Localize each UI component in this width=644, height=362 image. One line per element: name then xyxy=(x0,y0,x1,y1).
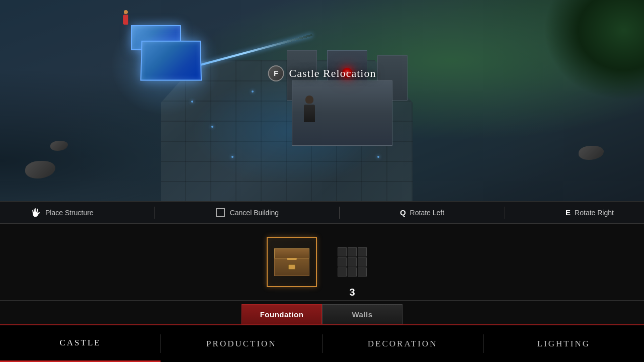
foundation-top xyxy=(274,248,309,258)
nav-label-decoration: Decoration xyxy=(368,339,438,349)
grid-cell xyxy=(338,257,347,266)
grid-cell xyxy=(348,247,357,256)
items-area: 3 xyxy=(0,224,644,300)
grid-cell xyxy=(338,247,347,256)
figure-body xyxy=(123,15,128,25)
grid-cell xyxy=(348,267,357,277)
rotate-left-label: Rotate Left xyxy=(410,209,445,217)
place-structure-label: Place Structure xyxy=(45,209,94,217)
nav-label-lighting: Lighting xyxy=(537,339,590,349)
tabs-row: Foundation Walls xyxy=(0,300,644,324)
grid-cell xyxy=(338,267,347,277)
item-count: 3 xyxy=(349,287,355,298)
sparkle-5 xyxy=(377,156,379,158)
grid-row-1 xyxy=(338,247,367,256)
figure-head xyxy=(124,10,128,14)
separator-2 xyxy=(339,207,340,219)
action-bar: 🖐 Place Structure Cancel Building Q Rota… xyxy=(0,201,644,224)
q-key: Q xyxy=(400,208,406,217)
nav-item-production[interactable]: Production xyxy=(161,325,321,362)
sparkle-3 xyxy=(252,90,254,93)
grid-cell xyxy=(358,247,367,256)
small-figure xyxy=(121,10,131,25)
e-key: E xyxy=(566,208,571,217)
grid-icon xyxy=(338,247,367,277)
nav-item-decoration[interactable]: Decoration xyxy=(323,325,483,362)
nav-item-castle[interactable]: Castle xyxy=(0,325,160,362)
grid-row-3 xyxy=(338,267,367,277)
nav-item-lighting[interactable]: Lighting xyxy=(484,325,644,362)
castle-structure xyxy=(282,35,413,146)
nav-label-castle: Castle xyxy=(60,338,101,348)
rotate-left-action[interactable]: Q Rotate Left xyxy=(400,208,444,217)
trees-decoration xyxy=(543,0,644,101)
foundation-icon xyxy=(274,248,309,276)
foundation-body xyxy=(274,258,309,276)
item-slot-foundation[interactable] xyxy=(267,237,317,287)
foundation-clasp xyxy=(288,264,295,269)
relocation-text: Castle Relocation xyxy=(289,67,376,80)
grid-cell xyxy=(358,267,367,277)
place-structure-action[interactable]: 🖐 Place Structure xyxy=(30,207,94,218)
building-preview xyxy=(121,25,211,106)
tab-foundation[interactable]: Foundation xyxy=(242,304,322,324)
rotate-right-label: Rotate Right xyxy=(575,209,614,217)
separator-1 xyxy=(154,207,154,219)
square-icon xyxy=(216,208,225,217)
foundation-hinge xyxy=(287,258,297,260)
cancel-icon xyxy=(215,207,226,218)
sparkle-6 xyxy=(231,156,233,158)
grid-icon-container xyxy=(332,242,372,282)
cancel-building-label: Cancel Building xyxy=(230,209,279,217)
tab-walls[interactable]: Walls xyxy=(322,304,403,324)
cancel-building-action[interactable]: Cancel Building xyxy=(215,207,279,218)
item-slot-stone[interactable] xyxy=(327,237,377,287)
grid-cell xyxy=(348,257,357,266)
game-viewport: F Castle Relocation xyxy=(0,0,644,201)
building-block-main xyxy=(140,41,202,81)
grid-cell xyxy=(358,257,367,266)
rotate-right-action[interactable]: E Rotate Right xyxy=(566,208,614,217)
player-head xyxy=(305,96,313,104)
sparkle-2 xyxy=(211,126,213,128)
hand-icon: 🖐 xyxy=(30,207,41,218)
build-menu: 3 Foundation Walls xyxy=(0,224,644,324)
player-character xyxy=(302,96,317,121)
f-key-badge: F xyxy=(268,65,284,81)
player-body xyxy=(304,105,315,122)
castle-relocation-label: F Castle Relocation xyxy=(268,65,376,81)
separator-3 xyxy=(505,207,505,219)
grid-row-2 xyxy=(338,257,367,266)
foundation-icon-container xyxy=(272,242,312,282)
nav-label-production: Production xyxy=(206,339,277,349)
bottom-nav: Castle Production Decoration Lighting xyxy=(0,324,644,362)
